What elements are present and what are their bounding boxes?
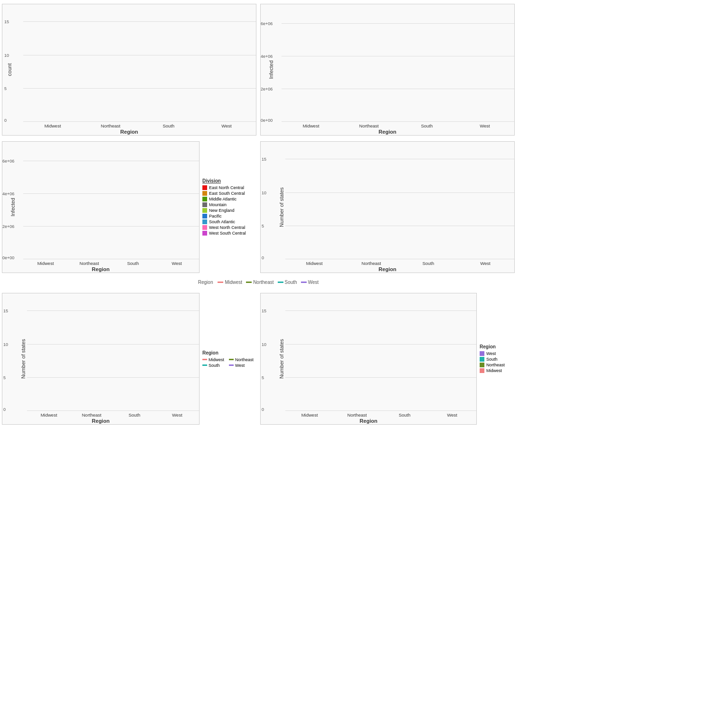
center-legend-title: Region [198,280,213,285]
y-tick: 10 [3,342,8,347]
legend-item: Northeast [480,363,512,367]
legend-item: Midwest [480,368,512,373]
x-labels-4: Midwest Northeast South West [285,261,514,266]
x-label: West [459,261,511,266]
y-tick: 2e+06 [261,87,273,91]
x-label: South [383,412,426,418]
y-tick: 6e+06 [2,159,14,164]
legend-label: East North Central [209,185,244,190]
chart-3: Infected 0e+00 2e+06 4e+06 6e+06 [2,141,200,273]
y-tick: 0 [262,255,264,260]
legend-item: East North Central [202,185,254,190]
x-axis-title-2: Region [261,129,514,135]
legend-item: East South Central [202,191,254,196]
x-labels-2: Midwest Northeast South West [282,123,514,128]
division-legend: Division East North Central East South C… [200,141,256,273]
x-label: Northeast [342,123,395,128]
x-label: South [114,261,153,266]
chart-3-inner: 0e+00 2e+06 4e+06 6e+06 [23,145,199,259]
legend-label: Pacific [209,214,222,218]
swatch [202,191,207,196]
legend-item: Northeast [229,357,254,362]
y-tick: 2e+06 [2,224,14,229]
x-label: Midwest [26,123,79,128]
legend-item: West [480,351,512,356]
x-label: South [142,123,195,128]
legend-item: Midwest [202,357,227,362]
x-label: Northeast [70,261,109,266]
region-legend-6: Region West South Northeast Midwest [477,293,515,425]
y-axis-label-5: Number of states [20,339,26,379]
y-axis-label-3: Infected [10,198,16,216]
legend-item: South [480,357,512,362]
legend-item: New England [202,208,254,213]
chart-6-inner: 0 5 10 15 [285,296,476,411]
bars-2 [282,7,514,122]
x-label: Midwest [284,123,337,128]
swatch [202,185,207,190]
swatch [229,359,234,360]
x-labels-3: Midwest Northeast South West [23,261,199,266]
swatch [480,368,484,373]
x-label: South [115,412,153,418]
x-axis-title-5: Region [2,418,199,424]
center-legend-swatch-west [301,282,307,283]
x-label: Midwest [288,261,340,266]
y-tick: 5 [4,86,7,91]
chart-2: Infected 0e+00 2e+06 4e+06 6e+06 [260,4,515,136]
x-label: Northeast [345,261,397,266]
legend-item: South [202,363,227,368]
y-tick: 5 [3,375,6,380]
y-tick: 10 [262,191,266,195]
x-labels-5: Midwest Northeast South West [27,412,199,418]
legend-label: Midwest [209,357,224,362]
x-axis-title-3: Region [2,266,199,272]
legend-label: South [486,357,498,362]
chart-5: Number of states 0 5 10 15 [2,293,200,425]
chart-4: Number of states 0 5 10 15 [260,141,515,273]
legend-label: West [235,363,245,368]
swatch [480,363,484,367]
x-labels-1: Midwest Northeast South West [23,123,256,128]
swatch [202,231,207,236]
bars-5 [27,296,199,411]
x-label: Northeast [84,123,137,128]
bars-1 [23,7,256,122]
x-label: West [200,123,253,128]
legend-label: West South Central [209,231,246,236]
legend-title: Division [202,178,254,183]
y-tick: 15 [262,157,266,162]
y-tick: 0e+00 [2,255,14,260]
chart-cell-4: Number of states 0 5 10 15 [258,137,517,275]
x-label: Midwest [30,412,68,418]
chart-cell-5: Number of states 0 5 10 15 [0,289,258,427]
y-tick: 15 [262,309,266,313]
y-tick: 15 [4,19,9,24]
center-legend-item: Northeast [246,280,273,285]
center-legend-swatch-midwest [218,282,223,283]
legend-item: Middle Atlantic [202,197,254,201]
center-legend-row: Region Midwest Northeast South West [0,275,517,289]
chart-cell-3: Infected 0e+00 2e+06 4e+06 6e+06 [0,137,258,275]
chart-2-inner: 0e+00 2e+06 4e+06 6e+06 [282,7,514,122]
swatch [202,214,207,218]
center-legend-label-northeast: Northeast [253,280,273,285]
legend-label: New England [209,208,235,213]
y-tick: 0e+00 [261,118,273,123]
legend-label: Midwest [486,368,502,373]
x-label: South [402,261,455,266]
x-axis-title-6: Region [261,418,476,424]
x-label: Northeast [73,412,110,418]
legend-title-6: Region [480,344,512,349]
legend-item: Pacific [202,214,254,218]
y-axis-label-6: Number of states [279,339,284,379]
region-legend-5: Region Midwest Northeast South West [200,293,256,425]
y-axis-label-1: count [7,64,12,76]
legend-grid: Midwest Northeast South West [202,357,254,368]
swatch [202,202,207,207]
center-legend-item: West [301,280,319,285]
swatch [202,208,207,213]
legend-item: Mountain [202,202,254,207]
x-label: Northeast [336,412,378,418]
chart-cell-6: Number of states 0 5 10 15 [258,289,517,427]
